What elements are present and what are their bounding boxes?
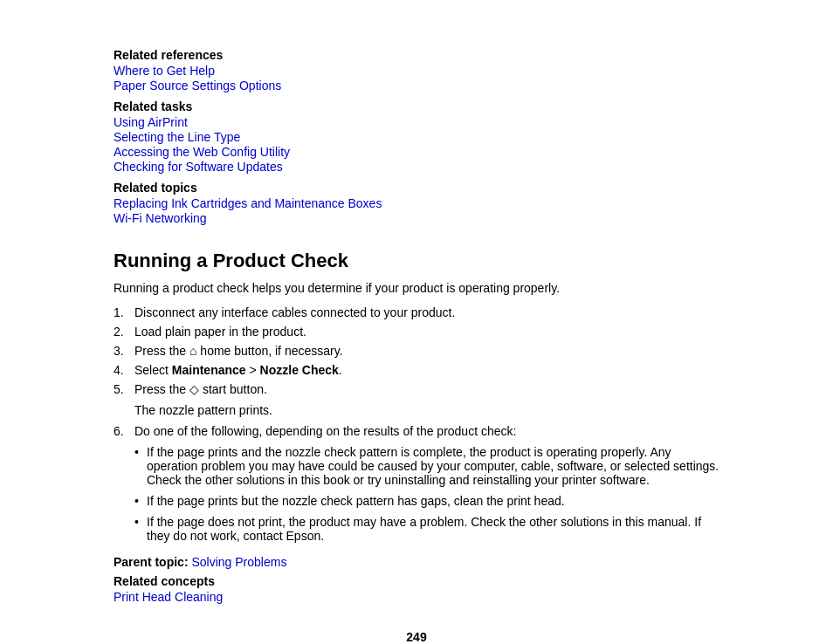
parent-topic-link[interactable]: Solving Problems	[191, 555, 286, 569]
link-using-airprint[interactable]: Using AirPrint	[114, 115, 719, 129]
sub-note: The nozzle pattern prints.	[134, 403, 719, 417]
bullet-text-2: If the page prints but the nozzle check …	[147, 494, 719, 508]
step-1-num: 1.	[114, 305, 134, 319]
step-5-num: 5.	[114, 382, 134, 396]
bullet-dot-3: •	[134, 515, 147, 529]
step-5: 5. Press the ◇ start button.	[114, 382, 719, 396]
related-concepts-label: Related concepts	[114, 574, 719, 588]
step-3-text: Press the ⌂ home button, if necessary.	[134, 344, 719, 358]
steps-list: 1. Disconnect any interface cables conne…	[114, 305, 719, 396]
link-checking-software-updates[interactable]: Checking for Software Updates	[114, 160, 719, 174]
bullet-text-3: If the page does not print, the product …	[147, 515, 719, 543]
related-concepts-block: Related concepts Print Head Cleaning	[114, 574, 719, 604]
link-selecting-line-type[interactable]: Selecting the Line Type	[114, 130, 719, 144]
step-3-num: 3.	[114, 344, 134, 358]
bullet-text-1: If the page prints and the nozzle check …	[147, 445, 719, 487]
link-wifi-networking[interactable]: Wi-Fi Networking	[114, 211, 719, 225]
bullet-list: • If the page prints and the nozzle chec…	[134, 445, 719, 543]
link-replacing-ink[interactable]: Replacing Ink Cartridges and Maintenance…	[114, 196, 719, 210]
step-4: 4. Select Maintenance > Nozzle Check.	[114, 363, 719, 377]
page-number: 249	[114, 630, 719, 644]
step-6-list: 6. Do one of the following, depending on…	[114, 424, 719, 438]
link-paper-source-settings[interactable]: Paper Source Settings Options	[114, 79, 719, 92]
step-2: 2. Load plain paper in the product.	[114, 325, 719, 339]
step-6-text: Do one of the following, depending on th…	[134, 424, 719, 438]
bullet-item-2: • If the page prints but the nozzle chec…	[134, 494, 719, 508]
section-heading: Running a Product Check	[114, 250, 719, 272]
page-container: Related references Where to Get Help Pap…	[0, 0, 833, 644]
related-references-label: Related references	[114, 48, 719, 62]
step-4-text: Select Maintenance > Nozzle Check.	[134, 363, 719, 377]
related-tasks-label: Related tasks	[114, 99, 719, 113]
step-3: 3. Press the ⌂ home button, if necessary…	[114, 344, 719, 358]
bullet-dot-2: •	[134, 494, 147, 508]
bullet-item-3: • If the page does not print, the produc…	[134, 515, 719, 543]
bullet-item-1: • If the page prints and the nozzle chec…	[134, 445, 719, 487]
step-1-text: Disconnect any interface cables connecte…	[134, 305, 719, 319]
step-2-num: 2.	[114, 325, 134, 339]
related-topics-block: Related topics Replacing Ink Cartridges …	[114, 181, 719, 225]
parent-topic-line: Parent topic: Solving Problems	[114, 555, 719, 569]
related-references-block: Related references Where to Get Help Pap…	[114, 48, 719, 92]
intro-text: Running a product check helps you determ…	[114, 281, 719, 295]
step-6: 6. Do one of the following, depending on…	[114, 424, 719, 438]
link-where-to-get-help[interactable]: Where to Get Help	[114, 64, 719, 78]
bullet-dot-1: •	[134, 445, 147, 459]
parent-topic-label: Parent topic:	[114, 555, 189, 569]
related-tasks-block: Related tasks Using AirPrint Selecting t…	[114, 99, 719, 174]
step-6-num: 6.	[114, 424, 134, 438]
step-5-text: Press the ◇ start button.	[134, 382, 719, 396]
related-topics-label: Related topics	[114, 181, 719, 195]
link-print-head-cleaning[interactable]: Print Head Cleaning	[114, 590, 719, 604]
step-4-num: 4.	[114, 363, 134, 377]
step-2-text: Load plain paper in the product.	[134, 325, 719, 339]
link-accessing-web-config[interactable]: Accessing the Web Config Utility	[114, 145, 719, 159]
step-1: 1. Disconnect any interface cables conne…	[114, 305, 719, 319]
